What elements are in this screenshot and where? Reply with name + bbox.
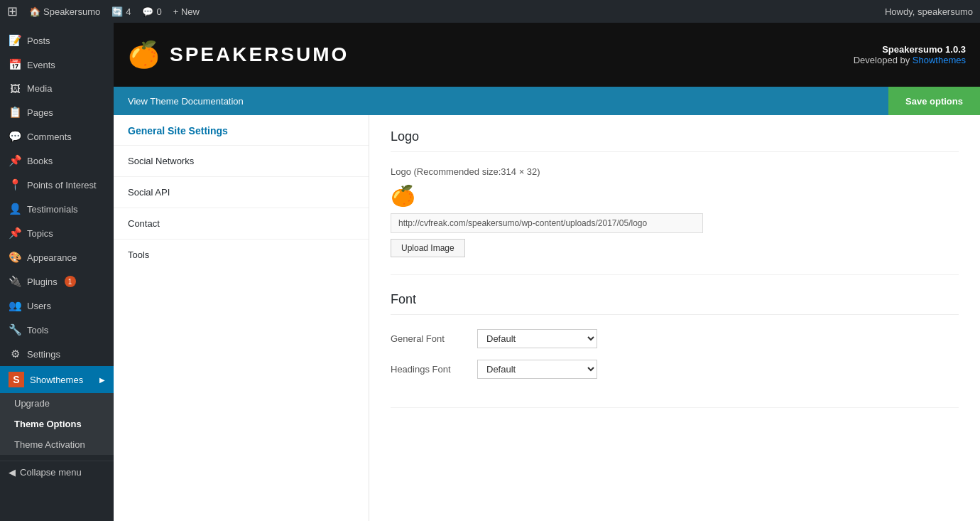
- settings-nav-tools[interactable]: Tools: [114, 239, 369, 270]
- sidebar-item-media[interactable]: 🖼 Media: [0, 77, 114, 100]
- view-doc-button[interactable]: View Theme Documentation: [114, 87, 258, 115]
- sidebar-item-comments[interactable]: 💬 Comments: [0, 124, 114, 149]
- main-content: 🍊 SPEAKERSUMO Speakersumo 1.0.3 Develope…: [114, 23, 980, 521]
- comments-icon: 💬: [9, 130, 21, 143]
- collapse-menu[interactable]: ◀ Collapse menu: [0, 461, 114, 483]
- headings-font-select[interactable]: Default Arial Georgia Verdana Times New …: [477, 360, 597, 379]
- theme-logo-area: 🍊 SPEAKERSUMO: [128, 40, 349, 70]
- settings-panel: Logo Logo (Recommended size:314 × 32) 🍊 …: [369, 115, 980, 521]
- sidebar-item-users[interactable]: 👥 Users: [0, 294, 114, 318]
- sidebar-item-poi[interactable]: 📍 Points of Interest: [0, 173, 114, 197]
- adminbar-comments[interactable]: 💬 0: [142, 6, 161, 17]
- adminbar-howdy: Howdy, speakersumo: [885, 6, 973, 17]
- headings-font-row: Headings Font Default Arial Georgia Verd…: [391, 360, 959, 379]
- plugins-badge: 1: [65, 276, 76, 287]
- sidebar-showthemes[interactable]: S Showthemes ▶: [0, 366, 114, 393]
- theme-version: Speakersumo 1.0.3: [854, 44, 966, 55]
- posts-icon: 📝: [9, 34, 21, 47]
- sidebar-item-topics[interactable]: 📌 Topics: [0, 221, 114, 245]
- adminbar-updates[interactable]: 🔄 4: [111, 6, 131, 17]
- settings-nav-social-networks[interactable]: Social Networks: [114, 145, 369, 176]
- poi-icon: 📍: [9, 178, 21, 191]
- pages-icon: 📋: [9, 106, 21, 119]
- logo-field-label: Logo (Recommended size:314 × 32): [391, 166, 959, 177]
- collapse-icon: ◀: [9, 467, 16, 478]
- sidebar-item-books[interactable]: 📌 Books: [0, 149, 114, 173]
- sidebar-sub-theme-activation[interactable]: Theme Activation: [0, 434, 114, 455]
- font-section: Font General Font Default Arial Georgia …: [391, 292, 959, 408]
- sidebar: 📝 Posts 📅 Events 🖼 Media 📋 Pages 💬 Comme…: [0, 23, 114, 521]
- logo-url-input[interactable]: [391, 213, 703, 233]
- headings-font-label: Headings Font: [391, 364, 469, 375]
- events-icon: 📅: [9, 58, 21, 71]
- sidebar-item-tools[interactable]: 🔧 Tools: [0, 318, 114, 342]
- sidebar-arrow-icon: ▶: [99, 376, 105, 384]
- logo-preview-emoji: 🍊: [391, 184, 959, 208]
- sidebar-item-posts[interactable]: 📝 Posts: [0, 28, 114, 53]
- settings-nav-contact[interactable]: Contact: [114, 208, 369, 239]
- theme-header-right: Speakersumo 1.0.3 Developed by Showtheme…: [854, 44, 966, 65]
- logo-section-title: Logo: [391, 129, 959, 152]
- adminbar-site[interactable]: 🏠 Speakersumo: [29, 6, 100, 17]
- settings-nav-title: General Site Settings: [114, 115, 369, 145]
- settings-icon: ⚙: [9, 348, 21, 360]
- content-area: General Site Settings Social Networks So…: [114, 115, 980, 521]
- settings-nav-social-api[interactable]: Social API: [114, 176, 369, 208]
- sidebar-sub-upgrade[interactable]: Upgrade: [0, 393, 114, 414]
- logo-section: Logo Logo (Recommended size:314 × 32) 🍊 …: [391, 129, 959, 275]
- topics-icon: 📌: [9, 227, 21, 240]
- books-icon: 📌: [9, 154, 21, 167]
- theme-header: 🍊 SPEAKERSUMO Speakersumo 1.0.3 Develope…: [114, 23, 980, 87]
- admin-bar: ⊞ 🏠 Speakersumo 🔄 4 💬 0 + New Howdy, spe…: [0, 0, 980, 23]
- general-font-row: General Font Default Arial Georgia Verda…: [391, 329, 959, 348]
- sidebar-item-settings[interactable]: ⚙ Settings: [0, 342, 114, 366]
- sidebar-sub-theme-options[interactable]: Theme Options: [0, 414, 114, 434]
- general-font-label: General Font: [391, 333, 469, 344]
- sidebar-item-pages[interactable]: 📋 Pages: [0, 100, 114, 124]
- theme-toolbar: View Theme Documentation Save options: [114, 87, 980, 115]
- sidebar-item-events[interactable]: 📅 Events: [0, 53, 114, 77]
- sidebar-item-plugins[interactable]: 🔌 Plugins 1: [0, 269, 114, 294]
- font-section-title: Font: [391, 292, 959, 315]
- general-font-select[interactable]: Default Arial Georgia Verdana Times New …: [477, 329, 597, 348]
- save-options-button[interactable]: Save options: [888, 87, 980, 115]
- tools-icon: 🔧: [9, 323, 21, 336]
- testimonials-icon: 👤: [9, 203, 21, 215]
- adminbar-new[interactable]: + New: [173, 6, 200, 17]
- theme-logo-icon: 🍊: [128, 40, 160, 70]
- sidebar-item-appearance[interactable]: 🎨 Appearance: [0, 245, 114, 269]
- showthemes-link[interactable]: Showthemes: [913, 55, 966, 65]
- media-icon: 🖼: [9, 82, 21, 95]
- upload-image-button[interactable]: Upload Image: [391, 239, 465, 257]
- wp-icon: ⊞: [7, 4, 18, 19]
- sidebar-sub-menu: Upgrade Theme Options Theme Activation: [0, 393, 114, 455]
- sidebar-item-testimonials[interactable]: 👤 Testimonials: [0, 197, 114, 221]
- plugins-icon: 🔌: [9, 275, 21, 288]
- showthemes-s-icon: S: [9, 372, 24, 387]
- settings-nav: General Site Settings Social Networks So…: [114, 115, 369, 521]
- appearance-icon: 🎨: [9, 251, 21, 264]
- theme-logo-text: SPEAKERSUMO: [170, 43, 349, 66]
- users-icon: 👥: [9, 299, 21, 312]
- theme-developed-by: Developed by Showthemes: [854, 55, 966, 65]
